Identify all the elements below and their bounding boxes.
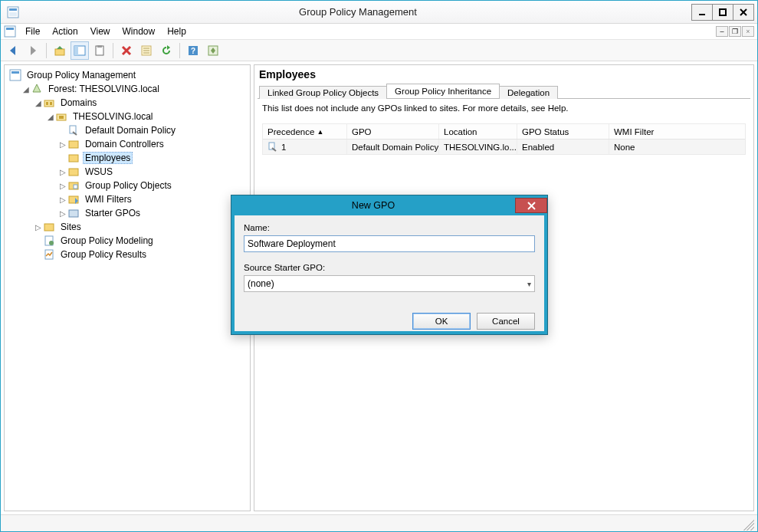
toolbar: ? (1, 40, 757, 61)
tree-wmi-filters[interactable]: ▷ WMI Filters (57, 192, 248, 206)
cell-status: Enabled (517, 140, 609, 154)
svg-rect-8 (6, 28, 14, 30)
tree-starter-gpos[interactable]: ▷ Starter GPOs (57, 206, 248, 220)
grid-row[interactable]: 1 Default Domain Policy THESOLVING.lo...… (263, 140, 745, 154)
tab-body: This list does not include any GPOs link… (258, 99, 750, 159)
sort-asc-icon: ▲ (317, 128, 323, 136)
tab-delegation[interactable]: Delegation (499, 86, 558, 99)
policy-link-icon (267, 142, 278, 153)
tree-default-policy-label: Default Domain Policy (83, 124, 178, 136)
starter-label: Source Starter GPO: (244, 263, 535, 272)
dialog-buttons: OK Cancel (235, 313, 544, 331)
mdi-restore[interactable]: ❐ (729, 26, 741, 37)
tree-sites[interactable]: ▷ Sites (32, 220, 248, 234)
dialog-body: Name: Source Starter GPO: (none) ▾ (235, 215, 544, 313)
svg-rect-16 (97, 45, 102, 48)
expand-icon[interactable]: ▷ (58, 140, 67, 149)
tree-results[interactable]: ▷ Group Policy Results (32, 248, 248, 261)
dialog-title: New GPO (231, 200, 515, 211)
tree-forest[interactable]: ◢ Forest: THESOLVING.local (20, 82, 248, 96)
tree-domain-controllers[interactable]: ▷ Domain Controllers (57, 137, 248, 151)
tab-linked-gpos[interactable]: Linked Group Policy Objects (259, 86, 387, 99)
help-icon[interactable]: ? (184, 41, 202, 60)
name-input[interactable] (244, 235, 535, 252)
menu-file[interactable]: File (19, 25, 46, 38)
tree-wsus-label: WSUS (83, 166, 115, 178)
svg-rect-33 (50, 102, 52, 105)
tree-pane[interactable]: Group Policy Management ◢ Forest: THESOL… (4, 64, 251, 511)
svg-rect-44 (69, 210, 78, 217)
expand-icon[interactable]: ▷ (58, 195, 67, 204)
nav-forward-icon[interactable] (24, 41, 42, 60)
svg-marker-30 (33, 84, 41, 92)
tree-forest-label: Forest: THESOLVING.local (46, 83, 162, 95)
modeling-icon (43, 235, 55, 247)
svg-point-47 (49, 241, 54, 245)
refresh-icon[interactable] (157, 41, 176, 60)
tree-wsus[interactable]: ▷ WSUS (57, 165, 248, 179)
menu-bar: File Action View Window Help – ❐ × (1, 24, 757, 40)
mdi-minimize[interactable]: – (716, 26, 728, 37)
tree-root-label: Group Policy Management (25, 69, 138, 81)
menu-view[interactable]: View (84, 25, 116, 38)
mdi-close[interactable]: × (742, 26, 754, 37)
collapse-icon[interactable]: ◢ (21, 85, 31, 94)
tab-inheritance[interactable]: Group Policy Inheritance (386, 84, 500, 98)
properties-icon[interactable] (137, 41, 156, 60)
cancel-button[interactable]: Cancel (477, 313, 535, 330)
tree-modeling[interactable]: ▷ Group Policy Modeling (32, 234, 248, 248)
svg-marker-10 (31, 46, 36, 55)
close-button[interactable] (733, 4, 754, 21)
grid-header: Precedence▲ GPO Location GPO Status WMI … (263, 124, 745, 140)
expand-icon[interactable]: ▷ (34, 223, 43, 232)
options-icon[interactable] (204, 41, 222, 60)
col-gpo[interactable]: GPO (347, 124, 439, 139)
tree-domain-label: THESOLVING.local (71, 110, 155, 123)
tree-root[interactable]: Group Policy Management (8, 68, 248, 82)
up-icon[interactable] (51, 41, 69, 60)
clipboard-icon[interactable] (90, 41, 109, 60)
tree-sites-label: Sites (58, 221, 84, 233)
col-precedence[interactable]: Precedence▲ (263, 124, 347, 139)
tree-default-policy[interactable]: ▷ Default Domain Policy (57, 123, 248, 137)
dialog-close-button[interactable] (515, 198, 547, 213)
content-header: Employees (258, 67, 750, 84)
expand-icon[interactable]: ▷ (58, 209, 67, 218)
maximize-button[interactable] (712, 4, 733, 21)
ou-icon (67, 152, 80, 164)
domains-icon (43, 97, 55, 109)
delete-icon[interactable] (117, 41, 136, 60)
tree-results-label: Group Policy Results (58, 248, 149, 261)
minimize-button[interactable] (691, 4, 713, 21)
tree-starter-label: Starter GPOs (83, 207, 143, 219)
tree-employees[interactable]: ▷ Employees (57, 151, 248, 165)
inheritance-grid: Precedence▲ GPO Location GPO Status WMI … (262, 123, 746, 155)
tree-gpo-container[interactable]: ▷ Group Policy Objects (57, 179, 248, 192)
wmi-icon (67, 193, 80, 205)
nav-back-icon[interactable] (4, 41, 22, 60)
window-title: Group Policy Management (24, 6, 692, 18)
ok-button[interactable]: OK (412, 313, 471, 330)
col-location[interactable]: Location (439, 124, 517, 139)
svg-rect-4 (720, 9, 726, 15)
name-label: Name: (244, 223, 535, 232)
menu-help[interactable]: Help (161, 25, 192, 38)
collapse-icon[interactable]: ◢ (34, 99, 43, 107)
tree-domains[interactable]: ◢ Domains (32, 96, 248, 110)
col-status[interactable]: GPO Status (517, 124, 609, 139)
svg-rect-11 (55, 49, 64, 55)
svg-marker-9 (10, 46, 15, 55)
resize-grip[interactable] (740, 517, 754, 530)
menu-window[interactable]: Window (116, 25, 162, 38)
starter-gpo-select[interactable]: (none) ▾ (244, 275, 535, 292)
menu-action[interactable]: Action (46, 25, 84, 38)
app-icon (7, 6, 19, 18)
col-wmi[interactable]: WMI Filter (609, 124, 745, 139)
gpo-folder-icon (67, 179, 80, 192)
tree-domain[interactable]: ◢ THESOLVING.local (44, 110, 248, 123)
show-tree-icon[interactable] (71, 41, 89, 60)
svg-text:?: ? (191, 47, 195, 55)
collapse-icon[interactable]: ◢ (46, 113, 55, 121)
expand-icon[interactable]: ▷ (58, 168, 67, 176)
expand-icon[interactable]: ▷ (58, 182, 67, 190)
